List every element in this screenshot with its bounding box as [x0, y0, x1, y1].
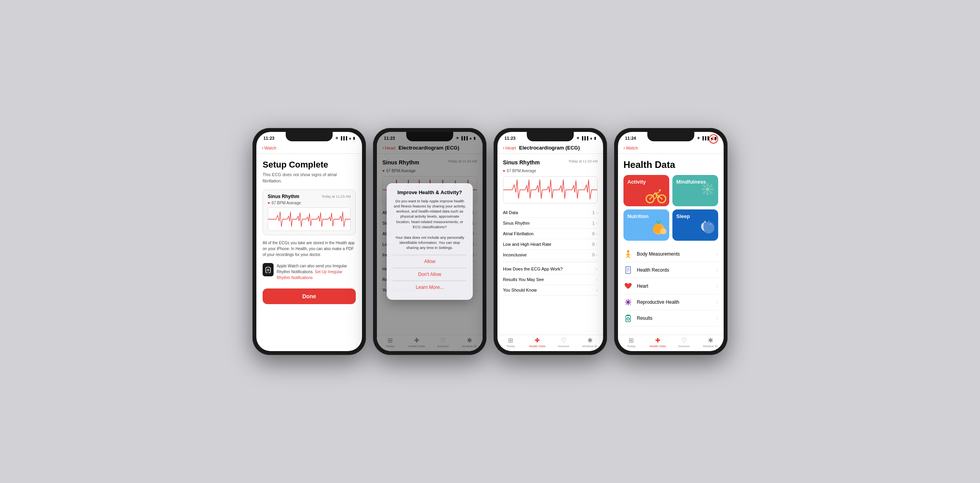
modal-box: Improve Health & Activity? Do you want t…	[387, 183, 473, 300]
modal-body: Do you want to help Apple improve health…	[393, 198, 467, 251]
done-button[interactable]: Done	[263, 288, 356, 304]
time-3: 11:23	[504, 136, 515, 141]
tab-health-label-4: Health Data	[649, 344, 666, 348]
phones-container: 11:23 ✈ ▐▐▐ ▲ ▮ ‹ Watch Setup Complete	[252, 128, 728, 355]
results-icon	[623, 314, 633, 323]
bpm-label-1: 67 BPM Average	[272, 201, 301, 205]
svg-point-40	[704, 221, 706, 223]
health-item-reproductive[interactable]: Reproductive Health ›	[623, 294, 718, 310]
watch-text: Apple Watch can also send you Irregular …	[277, 263, 356, 281]
battery-icon-3: ▮	[594, 136, 596, 140]
back-button-3[interactable]: ‹ Heart	[503, 145, 516, 151]
tab-today-4[interactable]: ⊞ Today	[618, 337, 645, 348]
ecg-bpm-row-3: ♥ 67 BPM Average	[503, 169, 598, 173]
svg-rect-1	[267, 266, 269, 267]
ecg-list-3: All Data 1 › Sinus Rhythm 1 › Atrial Fib…	[503, 207, 598, 260]
back-chevron-4: ‹	[623, 145, 625, 151]
svg-line-58	[626, 300, 627, 301]
back-button-1[interactable]: ‹ Watch	[262, 145, 276, 151]
health-card-nutrition[interactable]: Nutrition	[623, 209, 669, 241]
svg-point-42	[708, 221, 709, 222]
back-chevron-3: ‹	[503, 145, 504, 151]
health-item-results[interactable]: Results ›	[623, 310, 718, 326]
svg-point-29	[703, 185, 705, 187]
tab-bar-4: ⊞ Today ✚ Health Data ♡ Sources ✱ Medica…	[618, 335, 724, 351]
health-card-activity[interactable]: Activity	[623, 175, 669, 206]
back-label-1: Watch	[264, 146, 276, 150]
setup-body-text: All of the ECGs you take are stored in t…	[263, 240, 356, 258]
tab-sources-icon-4: ♡	[681, 337, 687, 344]
tab-today-label-3: Today	[506, 344, 515, 348]
info-item-know-3[interactable]: You Should Know ›	[503, 285, 598, 296]
modal-overlay: Improve Health & Activity? Do you want t…	[377, 132, 483, 351]
list-item-afib-3[interactable]: Atrial Fibrillation 0 ›	[503, 229, 598, 239]
tab-sources-icon-3: ♡	[561, 337, 566, 344]
list-item-all-data-3[interactable]: All Data 1 ›	[503, 207, 598, 218]
reproductive-chevron: ›	[717, 300, 718, 305]
nav-bar-3: ‹ Heart Electrocardiogram (ECG)	[497, 143, 603, 154]
svg-point-64	[627, 318, 629, 320]
heart-icon-3: ♥	[503, 169, 505, 173]
tab-today-icon-4: ⊞	[629, 337, 634, 344]
list-item-sinus-3[interactable]: Sinus Rhythm 1 ›	[503, 218, 598, 229]
phone-4: 11:24 ✈ ▐▐▐ ▲ ▮ ‹ Watch Health Data	[614, 128, 728, 355]
nav-bar-1: ‹ Watch	[256, 143, 362, 154]
back-chevron-1: ‹	[262, 145, 263, 151]
modal-dont-allow-button[interactable]: Don't Allow	[393, 268, 467, 281]
health-data-content: Health Data Activity	[618, 154, 724, 332]
tab-medical-icon-4: ✱	[708, 337, 713, 344]
bpm-3: 67 BPM Average	[507, 169, 536, 173]
tab-sources-3[interactable]: ♡ Sources	[550, 337, 577, 348]
svg-point-38	[660, 229, 667, 234]
back-button-4[interactable]: ‹ Watch	[623, 145, 638, 151]
mindfulness-label: Mindfulness	[676, 179, 714, 185]
tab-medical-icon-3: ✱	[587, 337, 593, 344]
svg-rect-2	[267, 272, 269, 273]
ecg-card-1: Sinus Rhythm Today at 11:23 AM ♥ 67 BPM …	[263, 189, 356, 235]
tab-medical-label-4: Medical ID	[703, 344, 718, 348]
health-item-heart[interactable]: Heart ›	[623, 278, 718, 294]
time-1: 11:23	[263, 136, 274, 141]
health-item-body[interactable]: Body Measurements ›	[623, 246, 718, 262]
records-icon	[623, 265, 633, 275]
phone-3: 11:23 ✈ ▐▐▐ ▲ ▮ ‹ Heart Electrocardiogra…	[494, 128, 607, 355]
tab-today-3[interactable]: ⊞ Today	[497, 337, 524, 348]
bike-illustration	[644, 185, 668, 205]
tab-medical-4[interactable]: ✱ Medical ID	[697, 337, 724, 348]
tab-health-label-3: Health Data	[529, 344, 545, 348]
tab-sources-label-4: Sources	[678, 344, 690, 348]
notch-3	[527, 132, 574, 141]
ecg-card-title-1: Sinus Rhythm	[268, 194, 299, 199]
health-card-sleep[interactable]: Sleep	[672, 209, 718, 241]
tab-sources-4[interactable]: ♡ Sources	[671, 337, 697, 348]
body-icon	[623, 249, 633, 259]
svg-point-41	[710, 223, 711, 225]
divider-3	[503, 262, 598, 262]
phone-2-screen: 11:23 ✈ ▐▐▐ ▲ ▮ ‹ Heart Electrocardiogra…	[377, 132, 483, 351]
modal-learn-more-button[interactable]: Learn More...	[393, 281, 467, 294]
list-item-inconclusive-3[interactable]: Inconclusive 0 ›	[503, 250, 598, 260]
tab-health-4[interactable]: ✚ Health Data	[645, 337, 671, 348]
notch-4	[647, 132, 694, 141]
activity-label: Activity	[627, 179, 665, 185]
tab-medical-3[interactable]: ✱ Medical ID	[577, 337, 603, 348]
phone-4-screen: 11:24 ✈ ▐▐▐ ▲ ▮ ‹ Watch Health Data	[618, 132, 724, 351]
health-list: Body Measurements ›	[623, 246, 718, 326]
wifi-icon-3: ▲	[589, 136, 593, 140]
svg-point-35	[703, 192, 705, 194]
health-item-records[interactable]: Health Records ›	[623, 262, 718, 278]
tab-health-3[interactable]: ✚ Health Data	[524, 337, 551, 348]
svg-point-33	[710, 185, 712, 187]
info-item-how-3[interactable]: How Does the ECG App Work? ›	[503, 264, 598, 274]
signal-icon-3: ▐▐▐	[581, 136, 588, 140]
ecg-screen-3: Sinus Rhythm Today at 11:23 AM ♥ 67 BPM …	[497, 154, 603, 301]
list-item-low-high-3[interactable]: Low and High Heart Rate 0 ›	[503, 239, 598, 250]
wifi-icon-1: ▲	[348, 136, 352, 140]
health-card-mindfulness[interactable]: Mindfulness	[672, 175, 718, 206]
info-item-results-3[interactable]: Results You May See ›	[503, 274, 598, 285]
modal-title: Improve Health & Activity?	[393, 189, 467, 195]
heart-list-icon	[623, 281, 633, 291]
watch-notification: Apple Watch can also send you Irregular …	[263, 263, 356, 281]
modal-allow-button[interactable]: Allow	[393, 255, 467, 268]
tab-today-icon-3: ⊞	[508, 337, 513, 344]
